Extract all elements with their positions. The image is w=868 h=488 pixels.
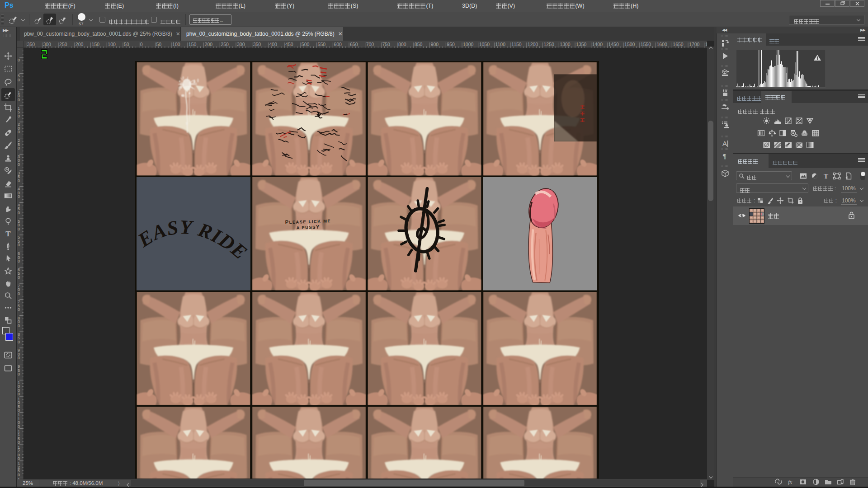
svg-text:0: 0 xyxy=(18,77,20,82)
svg-text:0: 0 xyxy=(18,307,20,312)
svg-text:0: 0 xyxy=(140,42,143,47)
svg-text:300: 300 xyxy=(43,42,51,47)
svg-text:350: 350 xyxy=(253,42,261,47)
svg-text:0: 0 xyxy=(18,371,20,376)
svg-text:900: 900 xyxy=(431,42,439,47)
svg-text:150: 150 xyxy=(189,42,197,47)
svg-text:100: 100 xyxy=(172,42,180,47)
svg-text:0: 0 xyxy=(18,97,20,102)
svg-text:0: 0 xyxy=(18,178,20,183)
svg-text:650: 650 xyxy=(350,42,358,47)
svg-text:0: 0 xyxy=(18,339,20,344)
svg-text:0: 0 xyxy=(18,258,20,263)
svg-text:0: 0 xyxy=(18,291,20,296)
svg-text:fx: fx xyxy=(788,479,793,485)
svg-text:0: 0 xyxy=(18,162,20,167)
svg-text:0: 0 xyxy=(18,355,20,360)
svg-text:1000: 1000 xyxy=(463,42,474,47)
svg-text:350: 350 xyxy=(27,42,35,47)
svg-text:0: 0 xyxy=(18,113,20,118)
svg-text:1350: 1350 xyxy=(576,42,587,47)
svg-text:¶: ¶ xyxy=(723,153,726,160)
svg-text:A: A xyxy=(722,140,727,147)
svg-text:850: 850 xyxy=(415,42,423,47)
svg-text:500: 500 xyxy=(302,42,310,47)
svg-text:0: 0 xyxy=(18,57,20,62)
svg-text:1450: 1450 xyxy=(608,42,619,47)
svg-text:0: 0 xyxy=(18,226,20,231)
svg-text:0: 0 xyxy=(18,145,20,150)
svg-text:1200: 1200 xyxy=(528,42,538,47)
svg-text:800: 800 xyxy=(398,42,406,47)
svg-text:400: 400 xyxy=(269,42,277,47)
svg-text:200: 200 xyxy=(75,42,84,47)
svg-text:1100: 1100 xyxy=(495,42,505,47)
svg-text:250: 250 xyxy=(59,42,67,47)
svg-text:100: 100 xyxy=(108,42,116,47)
svg-text:0: 0 xyxy=(18,275,20,280)
svg-text:300: 300 xyxy=(237,42,245,47)
svg-text:750: 750 xyxy=(382,42,390,47)
svg-text:700: 700 xyxy=(366,42,374,47)
svg-text:0: 0 xyxy=(18,323,20,328)
svg-text:1400: 1400 xyxy=(592,42,603,47)
svg-text:600: 600 xyxy=(334,42,342,47)
svg-text:0: 0 xyxy=(18,210,20,215)
svg-text:1300: 1300 xyxy=(560,42,571,47)
svg-text:1250: 1250 xyxy=(544,42,555,47)
svg-text:950: 950 xyxy=(447,42,455,47)
svg-text:1500: 1500 xyxy=(624,42,635,47)
svg-text:150: 150 xyxy=(92,42,100,47)
svg-text:0: 0 xyxy=(18,129,20,134)
svg-text:T: T xyxy=(824,173,828,180)
svg-text:200: 200 xyxy=(205,42,213,47)
svg-text:1700: 1700 xyxy=(689,42,700,47)
svg-text:1550: 1550 xyxy=(641,42,651,47)
svg-text:50: 50 xyxy=(156,42,161,47)
svg-text:1600: 1600 xyxy=(657,42,668,47)
svg-text:50: 50 xyxy=(124,42,129,47)
svg-text:450: 450 xyxy=(285,42,293,47)
svg-text:1150: 1150 xyxy=(511,42,522,47)
svg-text:0: 0 xyxy=(18,194,20,199)
svg-text:T: T xyxy=(5,230,11,238)
svg-text:1050: 1050 xyxy=(479,42,490,47)
svg-text:1650: 1650 xyxy=(673,42,684,47)
svg-text:0: 0 xyxy=(18,242,20,247)
svg-text:250: 250 xyxy=(221,42,229,47)
svg-text:550: 550 xyxy=(318,42,326,47)
